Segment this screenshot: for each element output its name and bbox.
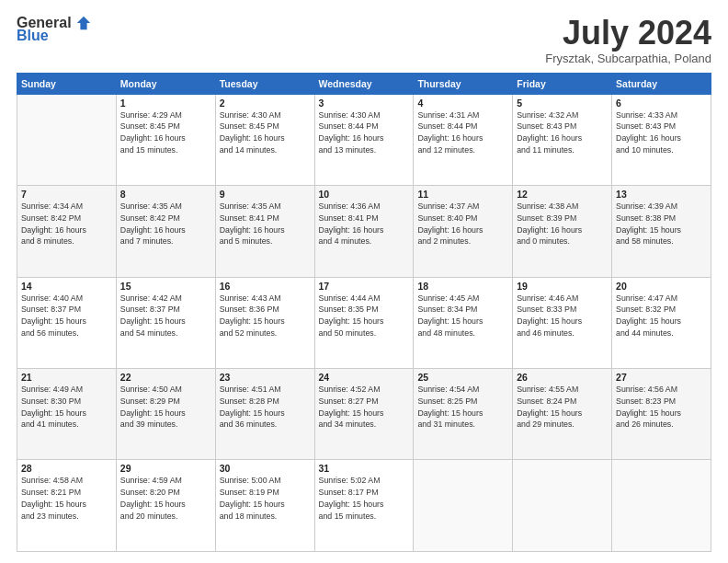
calendar-header-row: SundayMondayTuesdayWednesdayThursdayFrid…: [17, 73, 711, 94]
day-number: 22: [120, 372, 211, 383]
calendar-week-row: 28Sunrise: 4:58 AM Sunset: 8:21 PM Dayli…: [17, 460, 711, 552]
day-info: Sunrise: 4:35 AM Sunset: 8:42 PM Dayligh…: [120, 201, 211, 247]
calendar-cell: 16Sunrise: 4:43 AM Sunset: 8:36 PM Dayli…: [215, 277, 314, 368]
day-info: Sunrise: 5:00 AM Sunset: 8:19 PM Dayligh…: [220, 475, 311, 522]
day-number: 19: [517, 281, 608, 292]
calendar-table: SundayMondayTuesdayWednesdayThursdayFrid…: [17, 73, 711, 552]
day-info: Sunrise: 4:58 AM Sunset: 8:21 PM Dayligh…: [21, 475, 112, 522]
calendar-cell: [612, 460, 711, 552]
calendar-cell: 4Sunrise: 4:31 AM Sunset: 8:44 PM Daylig…: [414, 94, 513, 185]
day-info: Sunrise: 4:55 AM Sunset: 8:24 PM Dayligh…: [517, 384, 608, 431]
calendar-cell: 13Sunrise: 4:39 AM Sunset: 8:38 PM Dayli…: [612, 186, 711, 277]
calendar-week-row: 14Sunrise: 4:40 AM Sunset: 8:37 PM Dayli…: [17, 277, 711, 368]
day-info: Sunrise: 4:37 AM Sunset: 8:40 PM Dayligh…: [417, 201, 508, 247]
calendar-cell: 20Sunrise: 4:47 AM Sunset: 8:32 PM Dayli…: [612, 277, 711, 368]
calendar-cell: 27Sunrise: 4:56 AM Sunset: 8:23 PM Dayli…: [612, 369, 711, 460]
calendar-cell: 3Sunrise: 4:30 AM Sunset: 8:44 PM Daylig…: [314, 94, 414, 185]
calendar-cell: 26Sunrise: 4:55 AM Sunset: 8:24 PM Dayli…: [513, 369, 612, 460]
day-number: 1: [120, 98, 211, 109]
day-number: 21: [21, 372, 112, 383]
day-number: 12: [517, 189, 608, 200]
calendar-cell: 31Sunrise: 5:02 AM Sunset: 8:17 PM Dayli…: [314, 460, 414, 552]
calendar-cell: 8Sunrise: 4:35 AM Sunset: 8:42 PM Daylig…: [116, 186, 215, 277]
day-info: Sunrise: 4:32 AM Sunset: 8:43 PM Dayligh…: [517, 109, 608, 156]
calendar-day-header: Monday: [116, 73, 215, 94]
day-info: Sunrise: 4:47 AM Sunset: 8:32 PM Dayligh…: [616, 293, 707, 339]
logo: General Blue: [17, 15, 92, 44]
day-info: Sunrise: 4:31 AM Sunset: 8:44 PM Dayligh…: [417, 109, 508, 156]
day-info: Sunrise: 4:59 AM Sunset: 8:20 PM Dayligh…: [120, 475, 211, 522]
calendar-cell: 19Sunrise: 4:46 AM Sunset: 8:33 PM Dayli…: [513, 277, 612, 368]
calendar-week-row: 21Sunrise: 4:49 AM Sunset: 8:30 PM Dayli…: [17, 369, 711, 460]
calendar-week-row: 7Sunrise: 4:34 AM Sunset: 8:42 PM Daylig…: [17, 186, 711, 277]
day-number: 16: [220, 281, 311, 292]
calendar-cell: 1Sunrise: 4:29 AM Sunset: 8:45 PM Daylig…: [116, 94, 215, 185]
day-info: Sunrise: 4:33 AM Sunset: 8:43 PM Dayligh…: [616, 109, 707, 156]
day-number: 11: [417, 189, 508, 200]
calendar-cell: 5Sunrise: 4:32 AM Sunset: 8:43 PM Daylig…: [513, 94, 612, 185]
day-info: Sunrise: 4:30 AM Sunset: 8:45 PM Dayligh…: [220, 109, 311, 156]
calendar-cell: 25Sunrise: 4:54 AM Sunset: 8:25 PM Dayli…: [414, 369, 513, 460]
day-info: Sunrise: 4:43 AM Sunset: 8:36 PM Dayligh…: [220, 293, 311, 339]
day-number: 10: [319, 189, 410, 200]
day-info: Sunrise: 4:56 AM Sunset: 8:23 PM Dayligh…: [616, 384, 707, 431]
day-info: Sunrise: 4:36 AM Sunset: 8:41 PM Dayligh…: [319, 201, 410, 247]
logo-blue: Blue: [17, 28, 49, 44]
day-number: 26: [517, 372, 608, 383]
calendar-cell: 7Sunrise: 4:34 AM Sunset: 8:42 PM Daylig…: [17, 186, 117, 277]
calendar-day-header: Sunday: [17, 73, 117, 94]
calendar-week-row: 1Sunrise: 4:29 AM Sunset: 8:45 PM Daylig…: [17, 94, 711, 185]
calendar-cell: 12Sunrise: 4:38 AM Sunset: 8:39 PM Dayli…: [513, 186, 612, 277]
day-number: 6: [616, 98, 707, 109]
calendar-cell: [414, 460, 513, 552]
calendar-day-header: Wednesday: [314, 73, 414, 94]
day-number: 24: [319, 372, 410, 383]
day-info: Sunrise: 4:29 AM Sunset: 8:45 PM Dayligh…: [120, 109, 211, 156]
day-number: 15: [120, 281, 211, 292]
day-info: Sunrise: 4:38 AM Sunset: 8:39 PM Dayligh…: [517, 201, 608, 247]
day-info: Sunrise: 4:35 AM Sunset: 8:41 PM Dayligh…: [220, 201, 311, 247]
day-info: Sunrise: 4:34 AM Sunset: 8:42 PM Dayligh…: [21, 201, 112, 247]
day-info: Sunrise: 4:51 AM Sunset: 8:28 PM Dayligh…: [220, 384, 311, 431]
calendar-cell: 2Sunrise: 4:30 AM Sunset: 8:45 PM Daylig…: [215, 94, 314, 185]
day-number: 2: [220, 98, 311, 109]
day-number: 14: [21, 281, 112, 292]
calendar-cell: 24Sunrise: 4:52 AM Sunset: 8:27 PM Dayli…: [314, 369, 414, 460]
calendar-day-header: Friday: [513, 73, 612, 94]
day-number: 7: [21, 189, 112, 200]
day-number: 30: [220, 463, 311, 474]
day-number: 23: [220, 372, 311, 383]
logo-icon: [75, 15, 92, 31]
day-info: Sunrise: 4:39 AM Sunset: 8:38 PM Dayligh…: [616, 201, 707, 247]
day-info: Sunrise: 4:40 AM Sunset: 8:37 PM Dayligh…: [21, 293, 112, 339]
calendar-cell: 15Sunrise: 4:42 AM Sunset: 8:37 PM Dayli…: [116, 277, 215, 368]
calendar-day-header: Tuesday: [215, 73, 314, 94]
day-number: 31: [319, 463, 410, 474]
day-number: 18: [417, 281, 508, 292]
day-number: 13: [616, 189, 707, 200]
calendar-cell: 18Sunrise: 4:45 AM Sunset: 8:34 PM Dayli…: [414, 277, 513, 368]
day-number: 3: [319, 98, 410, 109]
day-number: 28: [21, 463, 112, 474]
day-number: 8: [120, 189, 211, 200]
calendar-cell: 10Sunrise: 4:36 AM Sunset: 8:41 PM Dayli…: [314, 186, 414, 277]
svg-marker-0: [76, 17, 89, 29]
day-info: Sunrise: 4:45 AM Sunset: 8:34 PM Dayligh…: [417, 293, 508, 339]
day-number: 29: [120, 463, 211, 474]
calendar-cell: 30Sunrise: 5:00 AM Sunset: 8:19 PM Dayli…: [215, 460, 314, 552]
title-area: July 2024 Frysztak, Subcarpathia, Poland: [545, 15, 711, 65]
day-number: 4: [417, 98, 508, 109]
page: General Blue July 2024 Frysztak, Subcarp…: [0, 0, 728, 563]
day-number: 20: [616, 281, 707, 292]
calendar-cell: 17Sunrise: 4:44 AM Sunset: 8:35 PM Dayli…: [314, 277, 414, 368]
calendar-cell: 6Sunrise: 4:33 AM Sunset: 8:43 PM Daylig…: [612, 94, 711, 185]
day-info: Sunrise: 4:49 AM Sunset: 8:30 PM Dayligh…: [21, 384, 112, 431]
day-number: 27: [616, 372, 707, 383]
calendar-cell: 22Sunrise: 4:50 AM Sunset: 8:29 PM Dayli…: [116, 369, 215, 460]
day-number: 25: [417, 372, 508, 383]
calendar-cell: 9Sunrise: 4:35 AM Sunset: 8:41 PM Daylig…: [215, 186, 314, 277]
calendar-cell: 28Sunrise: 4:58 AM Sunset: 8:21 PM Dayli…: [17, 460, 117, 552]
day-info: Sunrise: 4:42 AM Sunset: 8:37 PM Dayligh…: [120, 293, 211, 339]
calendar-cell: 23Sunrise: 4:51 AM Sunset: 8:28 PM Dayli…: [215, 369, 314, 460]
calendar-cell: 21Sunrise: 4:49 AM Sunset: 8:30 PM Dayli…: [17, 369, 117, 460]
